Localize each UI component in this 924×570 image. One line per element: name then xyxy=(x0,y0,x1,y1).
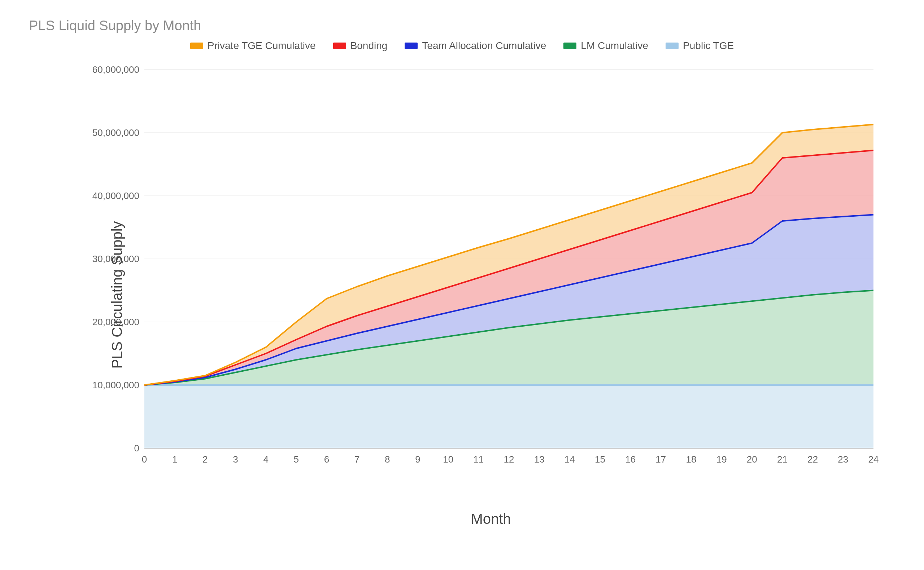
legend-label: Public TGE xyxy=(683,40,734,52)
svg-text:21: 21 xyxy=(777,454,787,465)
legend-swatch-icon xyxy=(666,43,678,49)
svg-text:18: 18 xyxy=(686,454,696,465)
svg-text:9: 9 xyxy=(415,454,420,465)
svg-text:8: 8 xyxy=(385,454,390,465)
svg-text:7: 7 xyxy=(354,454,360,465)
legend-item-public-tge: Public TGE xyxy=(666,40,734,52)
svg-text:2: 2 xyxy=(203,454,208,465)
svg-text:60,000,000: 60,000,000 xyxy=(92,64,139,75)
svg-text:40,000,000: 40,000,000 xyxy=(92,190,139,201)
chart-legend: Private TGE Cumulative Bonding Team Allo… xyxy=(29,40,895,52)
svg-text:24: 24 xyxy=(869,454,879,465)
legend-label: Team Allocation Cumulative xyxy=(422,40,546,52)
svg-text:13: 13 xyxy=(534,454,545,465)
chart-title: PLS Liquid Supply by Month xyxy=(29,18,895,34)
svg-text:5: 5 xyxy=(294,454,299,465)
legend-swatch-icon xyxy=(404,43,418,49)
legend-label: Bonding xyxy=(351,40,387,52)
svg-text:3: 3 xyxy=(233,454,238,465)
svg-text:20: 20 xyxy=(747,454,757,465)
svg-text:0: 0 xyxy=(134,443,139,454)
svg-text:22: 22 xyxy=(807,454,818,465)
legend-item-team: Team Allocation Cumulative xyxy=(404,40,546,52)
svg-text:0: 0 xyxy=(142,454,147,465)
legend-swatch-icon xyxy=(190,43,203,49)
svg-text:50,000,000: 50,000,000 xyxy=(92,127,139,138)
legend-label: Private TGE Cumulative xyxy=(208,40,316,52)
svg-text:15: 15 xyxy=(595,454,605,465)
svg-text:19: 19 xyxy=(716,454,727,465)
svg-text:4: 4 xyxy=(263,454,268,465)
chart-container: PLS Liquid Supply by Month Private TGE C… xyxy=(29,18,895,527)
legend-swatch-icon xyxy=(333,43,346,49)
x-axis-title: Month xyxy=(87,511,895,527)
legend-item-lm: LM Cumulative xyxy=(563,40,648,52)
svg-text:6: 6 xyxy=(324,454,329,465)
legend-item-bonding: Bonding xyxy=(333,40,387,52)
y-axis-title: PLS Circulating Supply xyxy=(109,221,125,368)
chart-svg: 010,000,00020,000,00030,000,00040,000,00… xyxy=(87,62,881,477)
svg-text:11: 11 xyxy=(473,454,484,465)
svg-text:17: 17 xyxy=(655,454,666,465)
svg-text:1: 1 xyxy=(172,454,177,465)
svg-text:10,000,000: 10,000,000 xyxy=(92,380,139,391)
legend-item-private-tge: Private TGE Cumulative xyxy=(190,40,316,52)
legend-label: LM Cumulative xyxy=(581,40,648,52)
svg-text:10: 10 xyxy=(443,454,454,465)
svg-text:12: 12 xyxy=(504,454,514,465)
plot-area: PLS Circulating Supply 010,000,00020,000… xyxy=(87,62,895,527)
svg-text:16: 16 xyxy=(625,454,636,465)
svg-text:14: 14 xyxy=(564,454,575,465)
legend-swatch-icon xyxy=(563,43,577,49)
svg-text:23: 23 xyxy=(838,454,848,465)
